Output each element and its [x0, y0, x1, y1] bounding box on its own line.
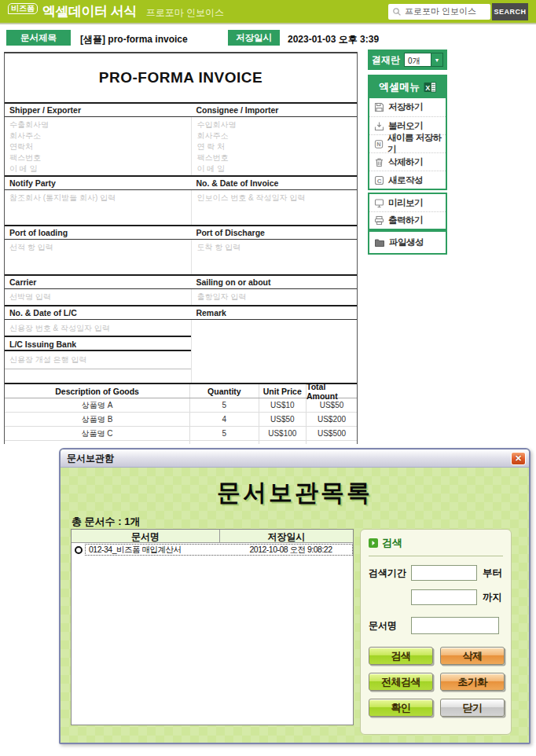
shipper-placeholder[interactable]: 수출회사명 회사주소 연락처 팩스번호 이 메 일	[9, 119, 186, 174]
invoice-label-row: Notify Party No. & Date of Invoice	[5, 175, 357, 190]
goods-row: 상품명 C 5 US$100 US$500	[5, 427, 357, 441]
search-button-dialog[interactable]: 검색	[369, 647, 433, 665]
document-list-row[interactable]: 012-34_비즈폼 매입계산서 2012-10-08 오전 9:08:22	[72, 543, 353, 556]
search-all-button[interactable]: 전체검색	[369, 673, 433, 691]
menu-item-preview[interactable]: 미리보기	[369, 194, 446, 211]
save-date-value: 2023-01-03 오후 3:39	[288, 33, 379, 46]
dialog-title-bar[interactable]: 문서보관함 ✕	[61, 450, 529, 468]
document-info-bar: 문서제목 [샘플] pro-forma invoice 저장일시 2023-01…	[0, 30, 536, 47]
row-selection: 012-34_비즈폼 매입계산서 2012-10-08 오전 9:08:22	[85, 544, 353, 556]
goods-header-row: Description of Goods Quantity Unit Price…	[5, 384, 357, 398]
menu-item-new[interactable]: C 새로작성	[369, 171, 446, 189]
save-as-icon: N	[374, 139, 384, 149]
carrier-placeholder[interactable]: 선박명 입력	[9, 292, 186, 303]
approval-count-dropdown[interactable]: 0개 ▼	[404, 53, 443, 67]
goods-header-quantity: Quantity	[189, 384, 258, 398]
invoice-no-placeholder[interactable]: 인보이스 번호 & 작성일자 입력	[196, 193, 352, 204]
document-archive-dialog: 문서보관함 ✕ 문서보관목록 총 문서수 : 1개 문서명 저장일시 012-3…	[59, 448, 530, 744]
goods-header-total: Total Amount	[306, 384, 357, 398]
invoice-label-row: Shipper / Exporter Consignee / Importer	[5, 102, 357, 117]
doc-title-badge: 문서제목	[6, 30, 71, 46]
goods-cell[interactable]: 4	[189, 413, 258, 426]
delete-button[interactable]: 삭제	[440, 647, 505, 665]
dialog-heading: 문서보관목록	[61, 477, 529, 509]
menu-item-print[interactable]: 출력하기	[369, 211, 446, 229]
field-label-carrier: Carrier	[5, 276, 191, 289]
lc-bank-placeholder[interactable]: 신용장 개설 은행 입력	[9, 354, 186, 365]
menu-item-label: 미리보기	[388, 197, 423, 209]
goods-cell[interactable]: US$50	[259, 413, 306, 426]
lc-remark-block: 신용장 번호 & 작성일자 입력 L/C Issuing Bank 신용장 개설…	[5, 320, 357, 383]
notify-party-placeholder[interactable]: 참조회사 (통지받을 회사) 입력	[9, 193, 186, 204]
menu-item-label: 새이름 저장하기	[387, 132, 446, 156]
close-icon[interactable]: ✕	[511, 452, 526, 465]
goods-cell[interactable]: 상품명 C	[5, 427, 189, 440]
field-label-shipper: Shipper / Exporter	[5, 104, 191, 117]
goods-cell[interactable]: 상품명 B	[5, 413, 189, 426]
period-to-input[interactable]	[411, 589, 477, 605]
goods-cell[interactable]: 5	[189, 427, 258, 440]
goods-row: 상품명 B 4 US$50 US$200	[5, 413, 357, 427]
header-search: 프로포마 인보이스 SEARCH	[388, 3, 528, 20]
port-loading-placeholder[interactable]: 선적 항 입력	[9, 242, 186, 253]
period-from-input[interactable]	[411, 565, 477, 581]
goods-cell[interactable]: 5	[189, 398, 258, 412]
goods-cell[interactable]: US$10	[259, 398, 306, 412]
goods-cell[interactable]: 상품명 A	[5, 398, 189, 412]
confirm-button[interactable]: 확인	[369, 699, 433, 717]
search-period-row2: 까지	[369, 589, 503, 605]
dialog-buttons: 검색 삭제 전체검색 초기화 확인 닫기	[369, 647, 503, 717]
docname-label: 문서명	[369, 619, 411, 633]
goods-cell[interactable]: US$50	[306, 398, 357, 412]
goods-row: 상품명 A 5 US$10 US$50	[5, 398, 357, 413]
approval-count-value: 0개	[405, 53, 431, 66]
goods-cell[interactable]: US$100	[259, 427, 306, 440]
sailing-placeholder[interactable]: 출항일자 입력	[196, 292, 352, 303]
reset-button[interactable]: 초기화	[440, 673, 505, 691]
menu-item-label: 저장하기	[388, 101, 423, 113]
divider	[369, 556, 503, 556]
port-discharge-placeholder[interactable]: 도착 항 입력	[196, 242, 352, 253]
consignee-placeholder[interactable]: 수입회사명 회사주소 연 락 처 팩스번호 이 메 일	[196, 119, 352, 174]
document-saved-date: 2012-10-08 오전 9:08:22	[229, 545, 352, 556]
field-label-lc-issuing-bank: L/C Issuing Bank	[5, 337, 191, 351]
docname-input[interactable]	[411, 617, 499, 634]
goods-cell[interactable]: US$200	[306, 413, 357, 426]
goods-row-empty	[5, 441, 357, 444]
document-list-header: 문서명 저장일시	[72, 530, 353, 543]
new-doc-icon: C	[374, 175, 384, 185]
menu-item-save[interactable]: 저장하기	[369, 98, 446, 116]
invoice-input-row: 선박명 입력 출항일자 입력	[5, 289, 357, 305]
invoice-input-row: 선적 항 입력 도착 항 입력	[5, 240, 357, 274]
menu-item-save-as[interactable]: N 새이름 저장하기	[369, 134, 446, 152]
search-panel: 검색 검색기간 부터 까지 문서명 검색 삭제 전체검색 초기화	[360, 529, 512, 735]
svg-text:X: X	[425, 84, 430, 92]
top-header-bar: 비즈폼 엑셀데이터 서식 프로포마 인보이스 프로포마 인보이스 SEARCH	[0, 0, 536, 24]
arrow-bullet-icon	[369, 538, 378, 548]
excel-menu-header: 엑셀메뉴 X	[369, 76, 446, 98]
menu-item-create-file[interactable]: 파일생성	[369, 232, 446, 253]
dialog-body: 문서보관목록 총 문서수 : 1개 문서명 저장일시 012-34_비즈폼 매입…	[61, 468, 529, 744]
menu-item-label: 삭제하기	[388, 156, 423, 168]
search-panel-header: 검색	[369, 536, 503, 550]
save-date-badge: 저장일시	[228, 30, 280, 46]
close-button[interactable]: 닫기	[440, 699, 505, 717]
lc-number-placeholder[interactable]: 신용장 번호 & 작성일자 입력	[9, 323, 186, 334]
print-icon	[374, 215, 384, 226]
radio-button[interactable]	[75, 546, 83, 554]
dialog-title: 문서보관함	[67, 452, 114, 465]
file-menu-box: 파일생성	[368, 230, 447, 255]
remark-cell[interactable]	[191, 320, 357, 383]
preview-menu-box: 미리보기 출력하기	[368, 193, 447, 230]
chevron-down-icon[interactable]: ▼	[431, 53, 442, 66]
goods-cell[interactable]: US$500	[306, 427, 357, 440]
field-label-notify-party: Notify Party	[5, 177, 191, 190]
delete-icon	[374, 157, 384, 167]
goods-table: Description of Goods Quantity Unit Price…	[5, 383, 357, 444]
search-button[interactable]: SEARCH	[492, 3, 528, 20]
search-period-row: 검색기간 부터	[369, 565, 503, 581]
search-input[interactable]: 프로포마 인보이스	[388, 4, 490, 20]
field-label-sailing: Sailing on or about	[191, 276, 357, 289]
invoice-form: PRO-FORMA INVOICE Shipper / Exporter Con…	[4, 52, 358, 444]
open-icon	[374, 121, 384, 131]
